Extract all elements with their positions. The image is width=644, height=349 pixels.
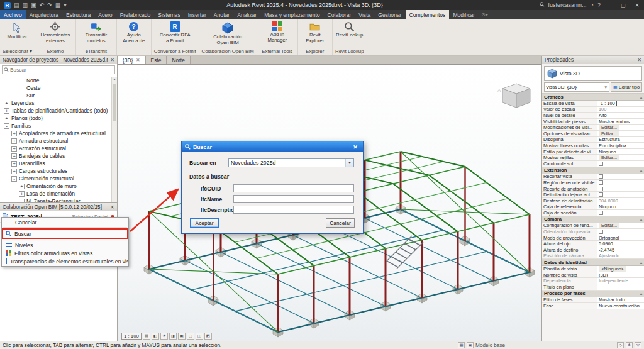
reveal-hidden-icon[interactable]: ◩ — [204, 333, 212, 340]
cancelar-button[interactable]: Cancelar — [326, 218, 355, 228]
menu-item-niveles[interactable]: Niveles — [2, 241, 128, 249]
panel-label-external-tools[interactable]: External Tools — [257, 48, 297, 55]
open-bim-button[interactable]: Colaboración Open BIM — [208, 21, 247, 45]
prop-row[interactable]: Mostrar líneas ocultasPor disciplina — [542, 143, 644, 149]
prop-row[interactable]: Escala de vista1 : 100 — [542, 101, 644, 107]
selection-controls[interactable]: ◇ ✥ ▽ — [617, 342, 641, 348]
prop-row[interactable]: Altura del ojo5.0960 — [542, 241, 644, 247]
shadows-icon[interactable]: ◨ — [169, 333, 177, 340]
tree-barandillas[interactable]: +Barandillas — [0, 160, 111, 167]
panel-label-seleccionar[interactable]: Seleccionar ▾ — [0, 48, 35, 55]
tree-leyendas[interactable]: +Leyendas — [0, 99, 111, 107]
project-browser-header[interactable]: Navegador de proyectos - Novedades 2025d… — [0, 56, 117, 64]
scale-control[interactable]: 1 : 100 — [121, 333, 142, 340]
tree-familias[interactable]: -Familias — [0, 122, 111, 130]
browser-scrollbar[interactable]: ▲ — [111, 77, 117, 202]
view-selector-combo[interactable]: Vista 3D: {3D} ▼ — [544, 82, 609, 92]
tree-planos[interactable]: +Planos (todo) — [0, 114, 111, 122]
section-identidad[interactable]: Datos de identidad▴ — [542, 259, 644, 266]
visual-style-icon[interactable]: ◧ — [152, 333, 159, 340]
tree-tablas[interactable]: +Tablas de planificación/Cantidades (tod… — [0, 107, 111, 114]
prop-row[interactable]: Región de recorte visible — [542, 180, 644, 186]
tree-view-norte[interactable]: Norte — [0, 77, 111, 84]
ifcguid-input[interactable] — [233, 184, 354, 192]
panel-label-lookup[interactable]: Revit Lookup — [333, 48, 367, 55]
revit-explorer-button[interactable]: Revit Explorer — [301, 21, 329, 43]
prop-row[interactable]: Altura de destino-2.4745 — [542, 247, 644, 253]
tab-masa-emplazamiento[interactable]: Masa y emplazamiento — [260, 10, 323, 19]
undo-icon[interactable]: ↶ — [40, 0, 45, 10]
close-icon[interactable]: ✕ — [136, 57, 140, 63]
section-fases[interactable]: Proceso por fases▴ — [542, 291, 644, 297]
tab-prefabricado[interactable]: Prefabricado — [116, 10, 155, 19]
section-graficos[interactable]: Gráficos▴ — [542, 94, 644, 101]
dialog-close-button[interactable]: ✕ — [351, 144, 360, 150]
prop-row[interactable]: Desfase de delimitación304.8000 — [542, 198, 644, 204]
prop-row[interactable]: Visibilidad de piezasMostrar ambos — [542, 119, 644, 125]
close-icon[interactable]: ✕ — [110, 204, 114, 210]
browser-search[interactable] — [2, 65, 115, 74]
panel-label-openbim[interactable]: Colaboración Open BIM — [199, 48, 257, 55]
revit-logo-icon[interactable]: R — [4, 2, 11, 9]
tab-insertar[interactable]: Insertar — [184, 10, 210, 19]
close-icon[interactable]: ✕ — [637, 57, 641, 63]
print-icon[interactable]: ▦ — [55, 0, 61, 10]
minimize-button[interactable]: — — [604, 3, 614, 8]
tree-acopladores[interactable]: +Acopladores de armadura estructural — [0, 130, 111, 137]
prop-row[interactable]: FaseNueva construcción — [542, 303, 644, 309]
prop-row[interactable]: Recorte de anotación — [542, 186, 644, 192]
prop-row[interactable]: Mostrar rejillasEditar... — [542, 155, 644, 161]
menu-icon[interactable]: ▤ — [14, 0, 19, 10]
view-tab-este[interactable]: Este — [146, 56, 167, 64]
section-camara[interactable]: Cámara▴ — [542, 216, 644, 223]
help-icon[interactable]: ? — [597, 0, 601, 10]
tree-cimentacion[interactable]: -Cimentación estructural — [0, 175, 111, 182]
search-icon[interactable] — [540, 0, 545, 10]
prop-row[interactable]: Nombre de vista{3D} — [542, 272, 644, 279]
ifcname-input[interactable] — [233, 195, 354, 203]
aceptar-button[interactable]: Aceptar — [190, 218, 219, 228]
worksets-controls[interactable]: ▦ ▣ Modelo base — [458, 342, 505, 348]
prop-row[interactable]: Configuración de rend...Editar... — [542, 223, 644, 230]
ribbon-options-icon[interactable]: ⊙▾ — [481, 10, 488, 19]
view-tab-norte[interactable]: Norte — [167, 56, 190, 64]
tree-cimentacion-muro[interactable]: +Cimentación de muro — [0, 182, 111, 190]
tab-archivo[interactable]: Archivo — [0, 10, 26, 19]
type-selector[interactable]: Vista 3D — [544, 66, 642, 81]
tab-sistemas[interactable]: Sistemas — [154, 10, 184, 19]
tree-losa[interactable]: +Losa de cimentación — [0, 190, 111, 197]
prop-row[interactable]: Posición de cámaraAjustando — [542, 253, 644, 260]
sun-path-icon[interactable]: ☀ — [160, 333, 168, 340]
maximize-button[interactable]: ▢ — [618, 3, 628, 8]
checkbox[interactable] — [599, 192, 603, 197]
addin-manager-button[interactable]: Add-in Manager — [260, 21, 294, 43]
external-tools-button[interactable]: Herramientas externas — [38, 21, 72, 43]
menu-item-buscar[interactable]: Buscar — [2, 228, 128, 239]
checkbox[interactable] — [599, 187, 603, 191]
prop-row[interactable]: Filtro de fasesMostrar todo — [542, 297, 644, 304]
tab-vista[interactable]: Vista — [355, 10, 374, 19]
open-icon[interactable]: ▥ — [23, 0, 28, 10]
checkbox[interactable] — [599, 230, 603, 234]
prop-row[interactable]: Caja de referenciaNinguno — [542, 204, 644, 211]
prop-row[interactable]: Recortar vista — [542, 174, 644, 180]
view-tab-3d[interactable]: {3D}✕ — [118, 56, 146, 64]
detail-level-icon[interactable]: ▤ — [143, 333, 150, 340]
tree-view-sur[interactable]: Sur — [0, 92, 111, 99]
browser-search-input[interactable] — [10, 67, 113, 73]
tab-gestionar[interactable]: Gestionar — [374, 10, 405, 19]
tab-acero[interactable]: Acero — [94, 10, 116, 19]
account-name[interactable]: fustercasanin... — [548, 2, 587, 8]
checkbox[interactable] — [599, 162, 603, 166]
about-button[interactable]: ? Ayuda Acerca de — [120, 21, 148, 43]
tree-armadura[interactable]: +Armadura estructural — [0, 137, 111, 145]
checkbox[interactable] — [599, 174, 603, 179]
save-icon[interactable]: ▣ — [31, 0, 36, 10]
view-cube[interactable]: ⌂ — [495, 81, 533, 113]
tab-colaborar[interactable]: Colaborar — [324, 10, 355, 19]
prop-row[interactable]: Nivel de detalleAlto — [542, 113, 644, 119]
qat-dropdown-icon[interactable]: ▾ — [64, 0, 67, 10]
tree-bandejas[interactable]: +Bandejas de cables — [0, 152, 111, 160]
tree-armazon[interactable]: +Armazón estructural — [0, 145, 111, 152]
tab-complementos[interactable]: Complementos — [406, 10, 450, 19]
